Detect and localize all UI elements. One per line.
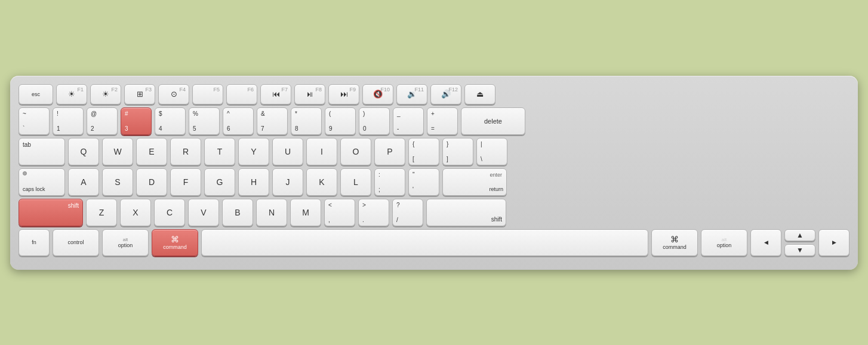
key-backslash[interactable]: | \ bbox=[476, 138, 507, 165]
key-arrow-left[interactable]: ◀ bbox=[750, 229, 781, 256]
key-3[interactable]: # 3 bbox=[121, 107, 152, 135]
arrow-right-icon: ▶ bbox=[832, 239, 836, 245]
key-tilde[interactable]: ~ ` bbox=[19, 107, 50, 135]
key-c[interactable]: C bbox=[154, 199, 185, 226]
key-command-left[interactable]: ⌘ command bbox=[152, 229, 198, 256]
key-6[interactable]: ^ 6 bbox=[223, 107, 254, 135]
key-command-right[interactable]: ⌘ command bbox=[651, 229, 698, 256]
key-e[interactable]: E bbox=[136, 138, 167, 165]
key-slash[interactable]: ? / bbox=[392, 199, 423, 226]
key-9-bottom: 9 bbox=[329, 125, 333, 132]
key-y-label: Y bbox=[251, 147, 256, 156]
keyboard: esc ☀ F1 ☀ F2 ⊞ F3 ⊙ F4 F5 F6 ⏮ F7 ⏯ bbox=[10, 76, 858, 270]
key-comma[interactable]: < , bbox=[324, 199, 355, 226]
num-row: ~ ` ! 1 @ 2 # 3 $ 4 % 5 ^ 6 & 7 bbox=[19, 107, 849, 135]
key-f8[interactable]: ⏯ F8 bbox=[294, 84, 325, 104]
key-eject[interactable]: ⏏ bbox=[464, 84, 495, 104]
key-shift-right[interactable]: shift bbox=[426, 199, 506, 226]
key-x-label: X bbox=[133, 208, 138, 217]
key-s[interactable]: S bbox=[102, 168, 133, 196]
key-lbracket[interactable]: { [ bbox=[408, 138, 439, 165]
key-f11[interactable]: 🔉 F11 bbox=[396, 84, 427, 104]
key-r[interactable]: R bbox=[170, 138, 201, 165]
key-f4[interactable]: ⊙ F4 bbox=[158, 84, 189, 104]
key-option-right[interactable]: alt option bbox=[701, 229, 747, 256]
key-4[interactable]: $ 4 bbox=[155, 107, 186, 135]
key-return-label: return bbox=[489, 186, 503, 192]
key-f1[interactable]: ☀ F1 bbox=[56, 84, 87, 104]
key-minus[interactable]: _ - bbox=[393, 107, 424, 135]
key-f5[interactable]: F5 bbox=[192, 84, 223, 104]
key-shift-right-label: shift bbox=[491, 216, 502, 223]
key-f12[interactable]: 🔊 F12 bbox=[430, 84, 461, 104]
key-enter[interactable]: enter return bbox=[442, 168, 507, 196]
key-option-left[interactable]: alt option bbox=[102, 229, 149, 256]
eject-icon: ⏏ bbox=[476, 90, 484, 98]
key-0[interactable]: ) 0 bbox=[359, 107, 390, 135]
key-9[interactable]: ( 9 bbox=[325, 107, 356, 135]
key-d[interactable]: D bbox=[136, 168, 167, 196]
key-fn[interactable]: fn bbox=[19, 229, 50, 256]
key-b[interactable]: B bbox=[222, 199, 253, 226]
key-esc[interactable]: esc bbox=[19, 84, 53, 104]
key-comma-top: < bbox=[328, 202, 332, 208]
key-n-label: N bbox=[269, 208, 275, 217]
key-l[interactable]: L bbox=[340, 168, 371, 196]
key-j[interactable]: J bbox=[272, 168, 303, 196]
key-tab[interactable]: tab bbox=[19, 138, 65, 165]
key-shift-left[interactable]: shift bbox=[19, 199, 83, 226]
key-z[interactable]: Z bbox=[86, 199, 117, 226]
key-h[interactable]: H bbox=[238, 168, 269, 196]
key-arrow-down[interactable]: ▼ bbox=[784, 244, 815, 256]
key-delete[interactable]: delete bbox=[461, 107, 525, 135]
key-semicolon[interactable]: : ; bbox=[374, 168, 405, 196]
key-rbracket[interactable]: } ] bbox=[442, 138, 473, 165]
key-u-label: U bbox=[285, 147, 291, 156]
key-f9[interactable]: ⏭ F9 bbox=[328, 84, 359, 104]
key-arrow-right[interactable]: ▶ bbox=[818, 229, 849, 256]
key-p-label: P bbox=[387, 147, 392, 156]
key-u[interactable]: U bbox=[272, 138, 303, 165]
key-a[interactable]: A bbox=[68, 168, 99, 196]
key-f3[interactable]: ⊞ F3 bbox=[124, 84, 155, 104]
key-w[interactable]: W bbox=[102, 138, 133, 165]
key-capslock[interactable]: caps lock bbox=[19, 168, 65, 196]
key-g[interactable]: G bbox=[204, 168, 235, 196]
key-i[interactable]: I bbox=[306, 138, 337, 165]
arrow-up-icon: ▲ bbox=[796, 231, 804, 239]
key-quote[interactable]: " ' bbox=[408, 168, 439, 196]
key-f10[interactable]: 🔇 F10 bbox=[362, 84, 393, 104]
key-1[interactable]: ! 1 bbox=[53, 107, 84, 135]
key-t[interactable]: T bbox=[204, 138, 235, 165]
key-f6[interactable]: F6 bbox=[226, 84, 257, 104]
key-1-bottom: 1 bbox=[57, 125, 60, 132]
key-x[interactable]: X bbox=[120, 199, 151, 226]
key-space[interactable] bbox=[201, 229, 648, 256]
key-f7[interactable]: ⏮ F7 bbox=[260, 84, 291, 104]
key-f[interactable]: F bbox=[170, 168, 201, 196]
key-equals[interactable]: + = bbox=[427, 107, 458, 135]
key-7[interactable]: & 7 bbox=[257, 107, 288, 135]
key-p[interactable]: P bbox=[374, 138, 405, 165]
key-y[interactable]: Y bbox=[238, 138, 269, 165]
key-2[interactable]: @ 2 bbox=[87, 107, 118, 135]
key-t-label: T bbox=[217, 147, 223, 156]
key-4-bottom: 4 bbox=[159, 125, 162, 132]
key-slash-top: ? bbox=[396, 202, 400, 208]
key-5[interactable]: % 5 bbox=[189, 107, 220, 135]
key-q[interactable]: Q bbox=[68, 138, 99, 165]
brightness-low-icon: ☀ bbox=[68, 90, 75, 98]
key-8[interactable]: * 8 bbox=[291, 107, 322, 135]
key-f2[interactable]: ☀ F2 bbox=[90, 84, 121, 104]
key-o[interactable]: O bbox=[340, 138, 371, 165]
key-k[interactable]: K bbox=[306, 168, 337, 196]
key-option-left-label: option bbox=[118, 242, 133, 248]
key-m[interactable]: M bbox=[290, 199, 321, 226]
key-k-label: K bbox=[319, 177, 324, 187]
key-n[interactable]: N bbox=[256, 199, 287, 226]
key-period[interactable]: > . bbox=[358, 199, 389, 226]
key-v[interactable]: V bbox=[188, 199, 219, 226]
key-arrow-up[interactable]: ▲ bbox=[784, 229, 815, 241]
key-control[interactable]: control bbox=[53, 229, 99, 256]
key-tilde-bottom: ` bbox=[23, 125, 24, 132]
